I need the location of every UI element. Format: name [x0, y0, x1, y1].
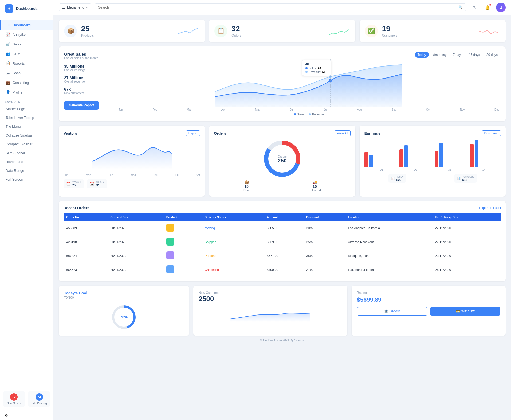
new-orders-num: 15	[243, 184, 249, 189]
footer: © Uni Pro Admin 2021 By 17sucai	[59, 336, 506, 344]
stat-text-customers: 19 Customers	[382, 25, 475, 37]
order-product	[164, 263, 202, 277]
sidebar-item-slim[interactable]: Slim Sidebar	[0, 149, 53, 157]
visitors-title: Visitors	[64, 131, 77, 135]
edit-button[interactable]: ✎	[469, 3, 479, 12]
sidebar-item-tabs-tooltip[interactable]: Tabs Hover Tooltip	[0, 113, 53, 122]
recent-orders-title: Recent Orders	[64, 206, 89, 210]
gear-icon: ⚙	[5, 413, 8, 417]
revenue-label: Overall revenue	[64, 80, 112, 83]
new-orders-icon: 📦	[244, 180, 249, 184]
order-no: #87324	[64, 249, 108, 263]
tabs-tooltip-label: Tabs Hover Tooltip	[6, 116, 34, 120]
new-orders-count: 12	[10, 393, 18, 401]
sidebar-item-analytics[interactable]: 📈 Analytics	[0, 30, 53, 39]
order-est-date: 26/11/2020	[432, 263, 501, 277]
deposit-button[interactable]: 🏦 Deposit	[357, 307, 428, 316]
earnings-download-button[interactable]: Download	[482, 130, 501, 136]
topbar-icons: ✎ 🔔 U	[469, 3, 506, 12]
consulting-icon: 💼	[6, 80, 10, 85]
recent-orders-section: Recent Orders Export to Excel Order No. …	[59, 201, 506, 281]
delivery-status: Shipped	[202, 235, 264, 249]
table-row: #23198 23/11/2020 Shipped $539.00 25% Ar…	[64, 235, 501, 249]
orders-view-all-button[interactable]: View All	[335, 130, 351, 136]
delivered-label: Delivered	[308, 189, 321, 192]
sidebar-item-compact[interactable]: Compact Sidebar	[0, 140, 53, 149]
week2-icon: 📅	[89, 182, 94, 186]
order-date: 25/11/2020	[108, 263, 164, 277]
filter-7days[interactable]: 7 days	[450, 52, 465, 58]
filter-30days[interactable]: 30 days	[484, 52, 500, 58]
week2-badge: 📅 Week 2 32	[87, 179, 107, 188]
export-excel-button[interactable]: Export to Excel	[479, 206, 501, 210]
notification-button[interactable]: 🔔	[483, 3, 492, 12]
deposit-label: Deposit	[390, 309, 400, 313]
order-discount: 30%	[304, 221, 345, 235]
new-orders-badge: 12 New Orders	[3, 391, 25, 407]
bottom-row: Today's Goal 70/100 70% New Customers 25…	[59, 286, 506, 336]
sidebar-item-label: CRM	[13, 52, 21, 56]
earnings-panel: Earnings Download	[360, 126, 506, 197]
bills-label: Bills Pending	[31, 402, 48, 405]
yesterday-earnings-icon: 📊	[457, 177, 461, 180]
dashboard-icon: ⊞	[6, 22, 10, 27]
new-customers-chart-svg	[199, 306, 342, 322]
sidebar-item-label: Reports	[13, 61, 25, 65]
orders-footer: 📦 15 New 🚚 10 Delivered	[214, 180, 350, 192]
visitors-export-button[interactable]: Export	[186, 130, 200, 136]
tooltip-revenue-label: Revenue:	[309, 70, 321, 73]
sidebar-item-consulting[interactable]: 💼 Consulting	[0, 78, 53, 87]
search-input[interactable]	[98, 5, 456, 9]
q1-blue-bar	[369, 155, 373, 167]
collapse-label: Collapse Sidebar	[6, 133, 32, 137]
starter-label: Starter Page	[6, 107, 25, 111]
order-est-date: 27/11/2020	[432, 235, 501, 249]
avatar[interactable]: U	[496, 3, 506, 12]
week1-icon: 📅	[66, 182, 71, 186]
filter-today[interactable]: Today	[415, 52, 429, 58]
legend-sales: Sales	[294, 113, 305, 116]
order-location: Los Angeles,California	[345, 221, 433, 235]
new-orders-label: New Orders	[5, 402, 23, 405]
sidebar-item-reports[interactable]: 📋 Reports	[0, 59, 53, 68]
q4-bars	[470, 140, 501, 167]
sidebar-item-saas[interactable]: ☁ Saas	[0, 68, 53, 78]
today-value: $25	[396, 178, 404, 181]
sidebar-item-label: Analytics	[13, 33, 26, 37]
table-header: Order No. Ordered Date Product Delivery …	[64, 213, 501, 221]
sidebar-item-fullscreen[interactable]: Full Screen	[0, 175, 53, 184]
order-no: #65673	[64, 263, 108, 277]
withdraw-button[interactable]: 💳 Withdraw	[430, 307, 500, 316]
sidebar-item-crm[interactable]: 👥 CRM	[0, 49, 53, 59]
sidebar-item-dashboard[interactable]: ⊞ Dashboard	[0, 20, 53, 30]
megamenu-button[interactable]: ☰ Megamenu ▾	[59, 3, 91, 11]
earnings-bars	[364, 140, 501, 167]
tooltip-revenue-val: 51	[322, 70, 325, 73]
filter-15days[interactable]: 15 days	[466, 52, 483, 58]
week1-value: 25	[72, 184, 81, 187]
order-product	[164, 235, 202, 249]
q4-red-bar	[470, 144, 474, 167]
sidebar-item-collapse[interactable]: Collapse Sidebar	[0, 131, 53, 140]
sidebar-item-hovertabs[interactable]: Hover Tabs	[0, 157, 53, 166]
sidebar-item-label: Consulting	[13, 81, 29, 85]
sidebar-item-tile[interactable]: Tile Menu	[0, 122, 53, 131]
sidebar-item-label: Sales	[13, 42, 21, 46]
new-orders-item: 📦 15 New	[243, 180, 249, 192]
sidebar-item-sales[interactable]: 🛒 Sales	[0, 39, 53, 49]
sidebar-item-starter[interactable]: Starter Page	[0, 104, 53, 113]
generate-report-button[interactable]: Generate Report	[64, 101, 99, 110]
deposit-icon: 🏦	[384, 309, 388, 313]
delivered-orders-item: 🚚 10 Delivered	[308, 180, 321, 192]
topbar: ☰ Megamenu ▾ 🔍 ✎ 🔔 U	[53, 0, 511, 15]
sidebar-item-profile[interactable]: 👤 Profile	[0, 87, 53, 97]
settings-gear[interactable]: ⚙	[0, 411, 53, 420]
products-sparkline	[178, 26, 199, 36]
sidebar-nav: ⊞ Dashboard 📈 Analytics 🛒 Sales 👥 CRM 📋 …	[0, 17, 53, 186]
earnings-header: Earnings Download	[364, 130, 501, 136]
sidebar-item-daterange[interactable]: Date Range	[0, 166, 53, 175]
orders-number: 32	[231, 25, 324, 33]
withdraw-label: Withdraw	[461, 309, 475, 313]
col-status: Delivery Status	[202, 213, 264, 221]
filter-yesterday[interactable]: Yesterday	[430, 52, 449, 58]
